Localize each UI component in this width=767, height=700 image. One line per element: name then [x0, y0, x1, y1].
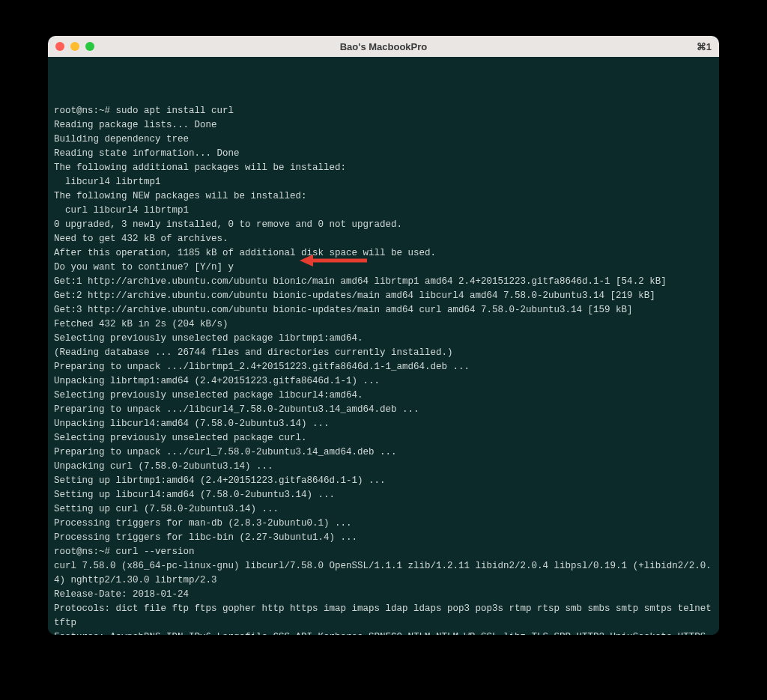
terminal-line: Selecting previously unselected package … [54, 332, 713, 346]
terminal-viewport[interactable]: root@ns:~# sudo apt install curlReading … [48, 57, 719, 635]
terminal-line: Release-Date: 2018-01-24 [54, 588, 713, 602]
terminal-line: Fetched 432 kB in 2s (204 kB/s) [54, 317, 713, 332]
maximize-button[interactable] [85, 42, 94, 51]
minimize-button[interactable] [70, 42, 79, 51]
window-shortcut: ⌘1 [697, 41, 712, 52]
terminal-line: libcurl4 librtmp1 [54, 175, 713, 189]
window-controls [55, 42, 94, 51]
terminal-line: Reading state information... Done [54, 147, 713, 161]
window-title: Bao's MacbookPro [48, 41, 719, 52]
terminal-line: curl 7.58.0 (x86_64-pc-linux-gnu) libcur… [54, 559, 713, 588]
terminal-line: Unpacking libcurl4:amd64 (7.58.0-2ubuntu… [54, 417, 713, 431]
terminal-line: Get:3 http://archive.ubuntu.com/ubuntu b… [54, 303, 713, 317]
terminal-line: curl libcurl4 librtmp1 [54, 204, 713, 218]
terminal-line: Protocols: dict file ftp ftps gopher htt… [54, 602, 713, 630]
terminal-line: Preparing to unpack .../libcurl4_7.58.0-… [54, 403, 713, 417]
terminal-line: Unpacking librtmp1:amd64 (2.4+20151223.g… [54, 374, 713, 389]
terminal-line: Need to get 432 kB of archives. [54, 232, 713, 246]
terminal-line: root@ns:~# curl --version [54, 545, 713, 559]
terminal-line: Features: AsynchDNS IDN IPv6 Largefile G… [54, 630, 713, 635]
terminal-line: The following NEW packages will be insta… [54, 189, 713, 204]
terminal-line: After this operation, 1185 kB of additio… [54, 246, 713, 261]
terminal-line: Get:2 http://archive.ubuntu.com/ubuntu b… [54, 289, 713, 303]
terminal-line: Setting up librtmp1:amd64 (2.4+20151223.… [54, 474, 713, 488]
terminal-line: Preparing to unpack .../librtmp1_2.4+201… [54, 360, 713, 374]
window-titlebar[interactable]: Bao's MacbookPro ⌘1 [48, 36, 719, 57]
terminal-line: Selecting previously unselected package … [54, 389, 713, 403]
terminal-line: Setting up libcurl4:amd64 (7.58.0-2ubunt… [54, 488, 713, 502]
terminal-line: Unpacking curl (7.58.0-2ubuntu3.14) ... [54, 460, 713, 474]
terminal-line: Processing triggers for man-db (2.8.3-2u… [54, 517, 713, 531]
terminal-line: Selecting previously unselected package … [54, 431, 713, 445]
terminal-line: 0 upgraded, 3 newly installed, 0 to remo… [54, 218, 713, 232]
terminal-line: Setting up curl (7.58.0-2ubuntu3.14) ... [54, 502, 713, 517]
terminal-line: The following additional packages will b… [54, 161, 713, 175]
terminal-line: Do you want to continue? [Y/n] y [54, 261, 713, 275]
terminal-line: Building dependency tree [54, 133, 713, 147]
close-button[interactable] [55, 42, 64, 51]
terminal-window: Bao's MacbookPro ⌘1 root@ns:~# sudo apt … [48, 36, 719, 635]
terminal-line: Reading package lists... Done [54, 118, 713, 133]
terminal-line: (Reading database ... 26744 files and di… [54, 346, 713, 360]
terminal-line: Preparing to unpack .../curl_7.58.0-2ubu… [54, 445, 713, 460]
terminal-line: root@ns:~# sudo apt install curl [54, 104, 713, 118]
terminal-line: Get:1 http://archive.ubuntu.com/ubuntu b… [54, 275, 713, 289]
terminal-line: Processing triggers for libc-bin (2.27-3… [54, 531, 713, 545]
